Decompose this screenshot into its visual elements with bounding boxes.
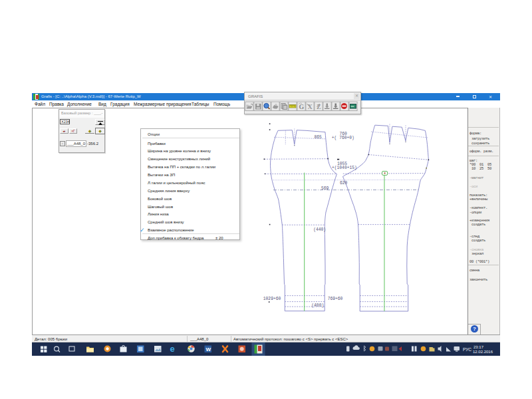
svg-text:РУС: РУС <box>463 347 471 352</box>
svg-text:e: e <box>170 344 175 354</box>
svg-text:X: X <box>308 103 313 110</box>
svg-text:23:17: 23:17 <box>473 345 484 349</box>
svg-text:12.02.2016: 12.02.2016 <box>473 350 493 354</box>
svg-text:W: W <box>206 346 211 352</box>
svg-text:G: G <box>299 103 305 110</box>
